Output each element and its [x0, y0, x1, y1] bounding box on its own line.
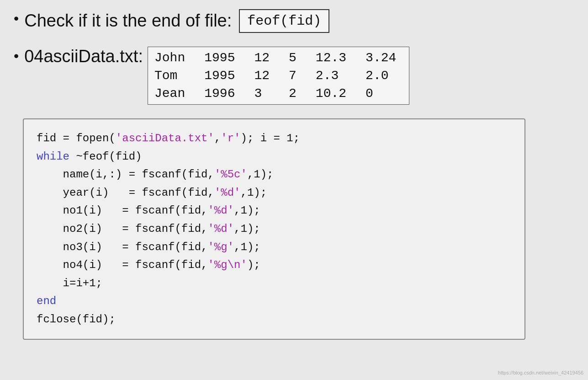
cell-name-1: John — [148, 47, 198, 67]
file-label: 04asciiData.txt: — [24, 47, 143, 66]
data-table: John 1995 12 5 12.3 3.24 Tom 1995 12 7 2… — [148, 47, 409, 105]
check-section: • Check if it is the end of file: feof(f… — [14, 9, 574, 33]
cell-name-2: Tom — [148, 67, 198, 85]
cell-no2-1: 5 — [282, 47, 309, 67]
cell-year-3: 1996 — [198, 85, 248, 105]
code-line-1: fid = fopen('asciiData.txt','r'); i = 1; — [37, 129, 512, 148]
watermark: https://blog.csdn.net/weixin_42419456 — [498, 370, 583, 375]
cell-no2-3: 2 — [282, 85, 309, 105]
cell-no1-1: 12 — [248, 47, 282, 67]
cell-name-3: Jean — [148, 85, 198, 105]
cell-year-2: 1995 — [198, 67, 248, 85]
code-line-3: name(i,:) = fscanf(fid,'%5c',1); — [37, 166, 512, 184]
table-row: John 1995 12 5 12.3 3.24 — [148, 47, 409, 67]
cell-no4-1: 3.24 — [359, 47, 409, 67]
cell-no1-2: 12 — [248, 67, 282, 85]
table-row: Jean 1996 3 2 10.2 0 — [148, 85, 409, 105]
check-text-container: Check if it is the end of file: feof(fid… — [24, 9, 329, 33]
feof-code: feof(fid) — [239, 9, 329, 33]
cell-year-1: 1995 — [198, 47, 248, 67]
check-label: Check if it is the end of file: — [24, 11, 232, 32]
cell-no3-1: 12.3 — [309, 47, 359, 67]
cell-no2-2: 7 — [282, 67, 309, 85]
code-line-7: no3(i) = fscanf(fid,'%g',1); — [37, 238, 512, 257]
code-line-10: end — [37, 292, 512, 310]
cell-no3-3: 10.2 — [309, 85, 359, 105]
code-line-2: while ~feof(fid) — [37, 148, 512, 166]
bullet-dot-1: • — [14, 11, 19, 26]
code-line-8: no4(i) = fscanf(fid,'%g\n'); — [37, 256, 512, 274]
cell-no4-2: 2.0 — [359, 67, 409, 85]
code-block: fid = fopen('asciiData.txt','r'); i = 1;… — [23, 118, 525, 340]
file-section: • 04asciiData.txt: John 1995 12 5 12.3 3… — [14, 47, 574, 105]
bullet-dot-2: • — [14, 48, 19, 63]
code-line-6: no2(i) = fscanf(fid,'%d',1); — [37, 220, 512, 238]
code-line-9: i=i+1; — [37, 274, 512, 293]
table-row: Tom 1995 12 7 2.3 2.0 — [148, 67, 409, 85]
code-line-4: year(i) = fscanf(fid,'%d',1); — [37, 184, 512, 202]
cell-no3-2: 2.3 — [309, 67, 359, 85]
cell-no1-3: 3 — [248, 85, 282, 105]
code-line-5: no1(i) = fscanf(fid,'%d',1); — [37, 202, 512, 220]
code-line-11: fclose(fid); — [37, 310, 512, 329]
cell-no4-3: 0 — [359, 85, 409, 105]
